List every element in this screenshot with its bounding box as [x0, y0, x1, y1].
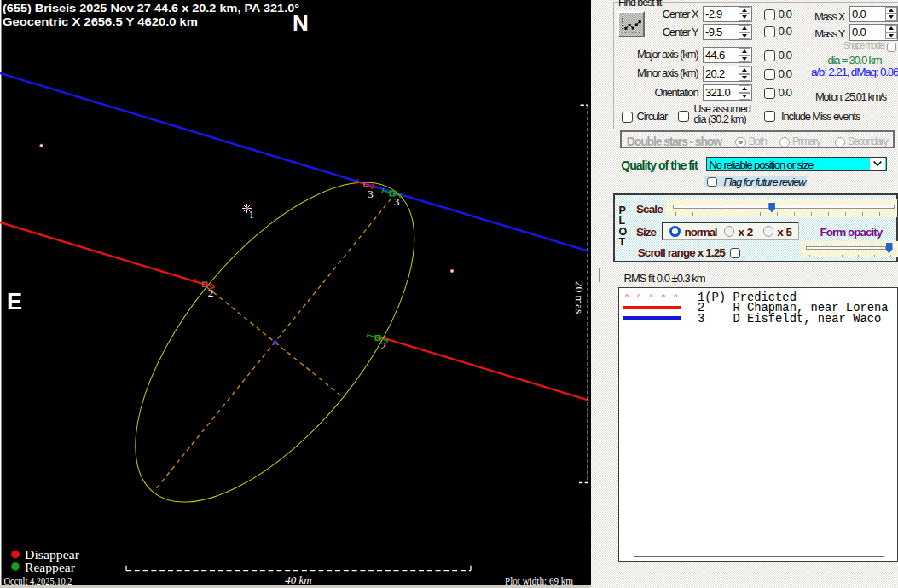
svg-text:(655) Briseis 2025 Nov 27 44: (655) Briseis 2025 Nov 27 44.6 x 20.2 km…	[3, 2, 299, 14]
svg-text:N: N	[293, 10, 309, 36]
svg-text:Occult 4.2025.10.2: Occult 4.2025.10.2	[4, 576, 72, 586]
svg-text:2: 2	[380, 339, 386, 352]
svg-text:Reappear: Reappear	[25, 561, 75, 574]
svg-text:40 km: 40 km	[285, 574, 311, 586]
svg-text:1: 1	[249, 209, 254, 221]
svg-text:3: 3	[368, 187, 374, 200]
svg-text:Geocentric X 2656.5 Y 4620.: Geocentric X 2656.5 Y 4620.0 km	[3, 15, 198, 28]
svg-text:3: 3	[394, 195, 400, 208]
svg-text:E: E	[7, 289, 22, 314]
svg-text:2: 2	[208, 286, 214, 299]
svg-text:20 mas: 20 mas	[573, 281, 586, 314]
